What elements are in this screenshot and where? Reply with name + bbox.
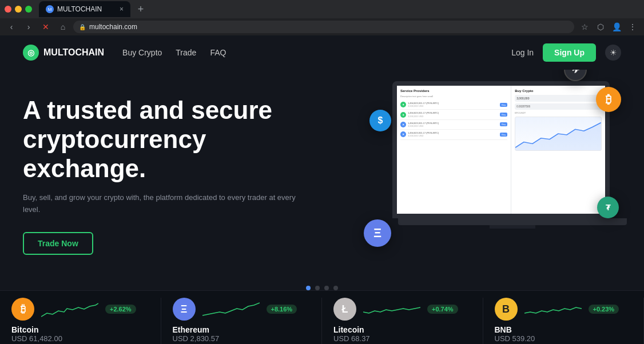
toolbar-icons: ☆ ⬡ 👤 ⋮ (578, 20, 639, 34)
ticker-item-btc[interactable]: ₿ +2.62% Bitcoin USD 61,482.00 (0, 298, 161, 344)
logo-text: MULTOCHAIN (43, 47, 104, 58)
screen-inner: Service Providers Description text goes … (397, 86, 605, 214)
screen-row-2: ✦ 1,494,823,815.17 (PESL/BTC) 3,000,000 … (400, 110, 507, 119)
forward-button[interactable]: › (22, 20, 35, 34)
tab-favicon: M (46, 5, 54, 13)
laptop-screen: Service Providers Description text goes … (392, 81, 610, 218)
hero-title: A trusted and secure cryptocurrency exch… (23, 96, 297, 183)
tab-close-icon[interactable]: × (120, 5, 124, 13)
laptop-stand (490, 225, 535, 229)
hero-content: A trusted and secure cryptocurrency exch… (23, 96, 297, 254)
theme-toggle[interactable]: ☀ (605, 45, 621, 61)
ticker-name-bnb: BNB (495, 325, 512, 334)
laptop-mockup: Service Providers Description text goes … (392, 81, 633, 253)
menu-button[interactable]: ⋮ (626, 20, 639, 34)
crypto-icon-btc: ₿ (11, 298, 34, 321)
website-content: ◎ MULTOCHAIN Buy Crypto Trade FAQ Log In… (0, 35, 644, 344)
ticker-top-btc: ₿ +2.62% (11, 298, 149, 321)
screen-icon-1: ✦ (400, 102, 406, 107)
ticker-name-eth: Ethereum (173, 325, 210, 334)
screen-btcusdt-label: BTCUSDT (515, 111, 602, 114)
crypto-icon-eth: Ξ (173, 298, 196, 321)
nav-trade[interactable]: Trade (176, 48, 196, 57)
active-tab[interactable]: M MULTOCHAIN × (39, 1, 130, 17)
close-window-btn[interactable] (5, 6, 11, 13)
profile-button[interactable]: 👤 (610, 20, 623, 34)
screen-receive-value: 0.00287506 (515, 103, 602, 110)
ticker-top-eth: Ξ +8.16% (173, 298, 311, 321)
ticker-bar: ₿ +2.62% Bitcoin USD 61,482.00 Ξ +8.16% … (0, 290, 644, 344)
login-button[interactable]: Log In (511, 48, 534, 57)
screen-right-header: Buy Crypto (515, 89, 602, 93)
extensions-button[interactable]: ⬡ (594, 20, 607, 34)
nav-buy-crypto[interactable]: Buy Crypto (122, 48, 162, 57)
screen-row-3: ✕ 1,494,823,815.17 (PESL/BTC) 3,000,000 … (400, 120, 507, 130)
change-badge-ltc: +0.74% (427, 305, 458, 314)
address-bar[interactable]: 🔒 multochain.com (73, 21, 574, 33)
screen-right-panel: Buy Crypto 3,000,000 0.00287506 BTCUSDT (511, 86, 605, 214)
ticker-price-eth: USD 2,830.57 (173, 334, 220, 343)
screen-icon-4: ✕ (400, 131, 406, 137)
home-button[interactable]: ⌂ (56, 20, 70, 34)
dollar-float-icon: $ (369, 110, 391, 131)
reload-button[interactable]: ✕ (39, 20, 53, 34)
ticker-item-ltc[interactable]: Ł +0.74% Litecoin USD 68.37 (322, 298, 483, 344)
bookmark-button[interactable]: ☆ (578, 20, 591, 34)
ticker-top-ltc: Ł +0.74% (333, 298, 471, 321)
crypto-icon-ltc: Ł (333, 298, 356, 321)
screen-buy-btn-1[interactable]: Buy (500, 103, 507, 107)
change-badge-bnb: +0.23% (589, 305, 619, 314)
dot-3[interactable] (324, 286, 329, 290)
signup-button[interactable]: Sign Up (543, 43, 596, 62)
ticker-price-btc: USD 61,482.00 (11, 334, 62, 343)
hero-section: A trusted and secure cryptocurrency exch… (0, 70, 644, 281)
change-badge-btc: +2.62% (105, 305, 136, 314)
nav-links: Buy Crypto Trade FAQ (122, 48, 226, 57)
minimize-window-btn[interactable] (15, 6, 22, 13)
bitcoin-float-icon: ₿ (596, 87, 621, 112)
mini-chart-ltc (363, 301, 420, 318)
tab-bar: M MULTOCHAIN × + (0, 0, 644, 18)
screen-icon-2: ✦ (400, 112, 406, 118)
ticker-top-bnb: B +0.23% (495, 298, 633, 321)
ethereum-float-icon: Ξ (364, 219, 391, 247)
screen-left-header: Service Providers (400, 89, 507, 93)
back-button[interactable]: ‹ (5, 20, 18, 34)
maximize-window-btn[interactable] (25, 6, 32, 13)
screen-buy-input: 3,000,000 (515, 95, 602, 102)
screen-buy-btn-3[interactable]: Buy (500, 122, 507, 126)
mini-chart-eth (202, 301, 260, 318)
tether-float-icon: ₮ (597, 197, 619, 218)
ticker-price-bnb: USD 539.20 (495, 334, 535, 343)
main-nav: ◎ MULTOCHAIN Buy Crypto Trade FAQ Log In… (0, 35, 644, 70)
screen-buy-btn-2[interactable]: Buy (500, 113, 507, 117)
ticker-item-eth[interactable]: Ξ +8.16% Ethereum USD 2,830.57 (161, 298, 323, 344)
hero-subtitle: Buy, sell, and grow your crypto with, th… (23, 192, 297, 216)
ticker-item-bnb[interactable]: B +0.23% BNB USD 539.20 (483, 298, 645, 344)
nav-faq[interactable]: FAQ (210, 48, 226, 57)
mini-chart-bnb (524, 301, 582, 318)
change-badge-eth: +8.16% (267, 305, 297, 314)
dot-4[interactable] (333, 286, 338, 290)
screen-left-panel: Service Providers Description text goes … (397, 86, 511, 214)
ticker-name-btc: Bitcoin (11, 325, 38, 334)
screen-row-1: ✦ 1,494,823,815.17 (PESL/BTC) 3,000,000 … (400, 100, 507, 110)
nav-right: Log In Sign Up ☀ (511, 43, 621, 62)
trade-now-button[interactable]: Trade Now (23, 232, 93, 255)
screen-buy-btn-4[interactable]: Buy (500, 133, 507, 137)
security-icon: 🔒 (79, 24, 86, 30)
window-controls (5, 6, 32, 13)
screen-chart (515, 117, 602, 151)
dot-1[interactable] (306, 286, 311, 290)
dot-2[interactable] (315, 286, 320, 290)
tab-title: MULTOCHAIN (57, 5, 102, 13)
logo: ◎ MULTOCHAIN (23, 45, 104, 61)
new-tab-button[interactable]: + (133, 1, 149, 17)
laptop-base (398, 218, 627, 225)
url-text: multochain.com (89, 23, 137, 31)
hero-visual: Service Providers Description text goes … (347, 58, 633, 287)
mini-chart-btc (41, 301, 98, 318)
ticker-price-ltc: USD 68.37 (333, 334, 370, 343)
crypto-icon-bnb: B (495, 298, 518, 321)
ticker-name-ltc: Litecoin (333, 325, 364, 334)
